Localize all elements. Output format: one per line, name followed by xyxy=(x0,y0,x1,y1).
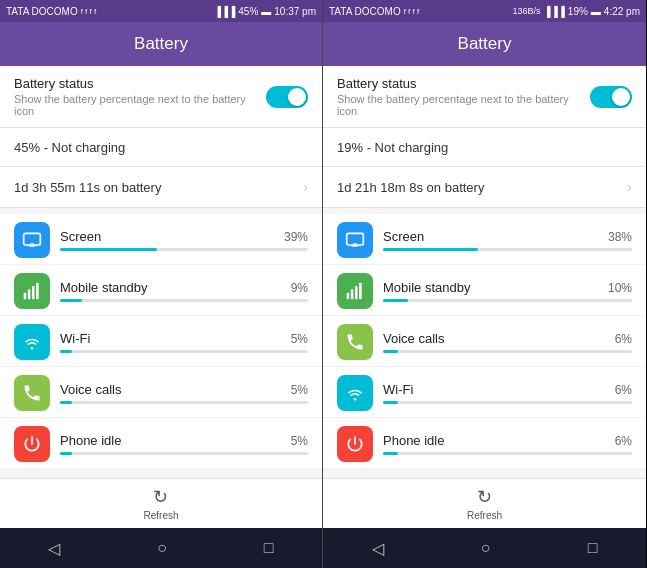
bottom-bar: ↻ Refresh xyxy=(323,478,646,528)
refresh-button[interactable]: ↻ Refresh xyxy=(467,486,502,521)
battery-item-power[interactable]: Phone idle 5% xyxy=(0,418,322,469)
screen-icon xyxy=(337,222,373,258)
carrier-text: TATA DOCOMO xyxy=(6,6,78,17)
battery-time-text: 1d 3h 55m 11s on battery xyxy=(14,180,161,195)
toggle-knob xyxy=(288,88,306,106)
nav-bar: ◁ ○ □ xyxy=(0,528,322,568)
item-label: Voice calls xyxy=(60,382,121,397)
battery-bar-fill xyxy=(383,299,408,302)
item-percent: 39% xyxy=(284,230,308,244)
battery-status-section: Battery status Show the battery percenta… xyxy=(0,66,322,128)
item-label: Mobile standby xyxy=(383,280,470,295)
svg-rect-13 xyxy=(359,283,362,300)
item-percent: 5% xyxy=(291,332,308,346)
charge-text: 45% - Not charging xyxy=(14,140,125,155)
refresh-icon: ↻ xyxy=(153,486,168,508)
battery-bar-fill xyxy=(60,248,157,251)
svg-rect-12 xyxy=(355,286,358,299)
back-button[interactable]: ◁ xyxy=(48,539,60,558)
fb-icons: f f f f xyxy=(81,7,97,16)
battery-bar-track xyxy=(60,248,308,251)
fb-icons: f f f f xyxy=(404,7,420,16)
refresh-button[interactable]: ↻ Refresh xyxy=(143,486,178,521)
svg-rect-10 xyxy=(347,293,350,300)
back-button[interactable]: ◁ xyxy=(372,539,384,558)
screen-icon xyxy=(14,222,50,258)
toggle-knob xyxy=(612,88,630,106)
status-bar: TATA DOCOMO f f f f136B/s▐▐▐ 19% ▬ 4:22 … xyxy=(323,0,646,22)
battery-item-wifi[interactable]: Wi-Fi 6% xyxy=(323,367,646,418)
signal-icon: ▐▐▐ xyxy=(214,6,235,17)
battery-item-screen[interactable]: Screen 39% xyxy=(0,214,322,265)
battery-items-list: Screen 39%Mobile standby 9%Wi-Fi 5%Voice… xyxy=(0,214,322,469)
carrier-text: TATA DOCOMO xyxy=(329,6,401,17)
battery-status-toggle[interactable] xyxy=(266,86,308,108)
nav-bar: ◁ ○ □ xyxy=(323,528,646,568)
item-label: Screen xyxy=(383,229,424,244)
item-label: Screen xyxy=(60,229,101,244)
battery-item-phone[interactable]: Voice calls 5% xyxy=(0,367,322,418)
svg-rect-11 xyxy=(351,289,354,299)
battery-percent: 19% xyxy=(568,6,588,17)
battery-item-signal[interactable]: Mobile standby 10% xyxy=(323,265,646,316)
battery-bar-fill xyxy=(60,452,72,455)
svg-rect-6 xyxy=(36,283,38,300)
battery-time-text: 1d 21h 18m 8s on battery xyxy=(337,180,484,195)
battery-item-signal[interactable]: Mobile standby 9% xyxy=(0,265,322,316)
battery-time-row[interactable]: 1d 21h 18m 8s on battery › xyxy=(323,167,646,208)
battery-bar-track xyxy=(383,452,632,455)
svg-rect-9 xyxy=(353,243,356,245)
battery-bar-track xyxy=(60,299,308,302)
header-title: Battery xyxy=(458,34,512,54)
home-button[interactable]: ○ xyxy=(157,539,167,557)
battery-item-power[interactable]: Phone idle 6% xyxy=(323,418,646,469)
item-label: Mobile standby xyxy=(60,280,147,295)
battery-bar-track xyxy=(383,401,632,404)
bottom-bar: ↻ Refresh xyxy=(0,478,322,528)
battery-bar-track xyxy=(383,299,632,302)
item-percent: 6% xyxy=(615,332,632,346)
svg-rect-3 xyxy=(24,293,27,300)
battery-status-toggle[interactable] xyxy=(590,86,632,108)
item-label: Phone idle xyxy=(60,433,121,448)
refresh-label: Refresh xyxy=(143,510,178,521)
battery-header: Battery xyxy=(0,22,322,66)
battery-header: Battery xyxy=(323,22,646,66)
battery-bar-fill xyxy=(60,350,72,353)
charge-percentage: 19% - Not charging xyxy=(323,128,646,167)
battery-content: Battery status Show the battery percenta… xyxy=(323,66,646,478)
battery-bar-fill xyxy=(60,299,82,302)
battery-status-section: Battery status Show the battery percenta… xyxy=(323,66,646,128)
recent-button[interactable]: □ xyxy=(264,539,274,557)
svg-rect-8 xyxy=(352,245,359,247)
battery-items-list: Screen 38%Mobile standby 10%Voice calls … xyxy=(323,214,646,469)
battery-status-desc: Show the battery percentage next to the … xyxy=(337,93,590,117)
svg-rect-7 xyxy=(347,233,364,245)
item-percent: 38% xyxy=(608,230,632,244)
power-icon xyxy=(337,426,373,462)
battery-item-screen[interactable]: Screen 38% xyxy=(323,214,646,265)
battery-bar-track xyxy=(60,350,308,353)
item-percent: 10% xyxy=(608,281,632,295)
item-percent: 5% xyxy=(291,434,308,448)
item-percent: 6% xyxy=(615,383,632,397)
wifi-icon xyxy=(14,324,50,360)
item-label: Wi-Fi xyxy=(383,382,413,397)
home-button[interactable]: ○ xyxy=(481,539,491,557)
wifi-icon xyxy=(337,375,373,411)
battery-content: Battery status Show the battery percenta… xyxy=(0,66,322,478)
refresh-label: Refresh xyxy=(467,510,502,521)
recent-button[interactable]: □ xyxy=(588,539,598,557)
svg-rect-1 xyxy=(29,245,36,247)
svg-rect-4 xyxy=(28,289,30,299)
battery-item-wifi[interactable]: Wi-Fi 5% xyxy=(0,316,322,367)
battery-time-row[interactable]: 1d 3h 55m 11s on battery › xyxy=(0,167,322,208)
item-label: Wi-Fi xyxy=(60,331,90,346)
battery-percent: 45% xyxy=(238,6,258,17)
charge-text: 19% - Not charging xyxy=(337,140,448,155)
battery-icon: ▬ xyxy=(591,6,601,17)
battery-item-phone[interactable]: Voice calls 6% xyxy=(323,316,646,367)
battery-bar-fill xyxy=(383,452,398,455)
signal-icon: ▐▐▐ xyxy=(544,6,565,17)
battery-bar-track xyxy=(60,452,308,455)
